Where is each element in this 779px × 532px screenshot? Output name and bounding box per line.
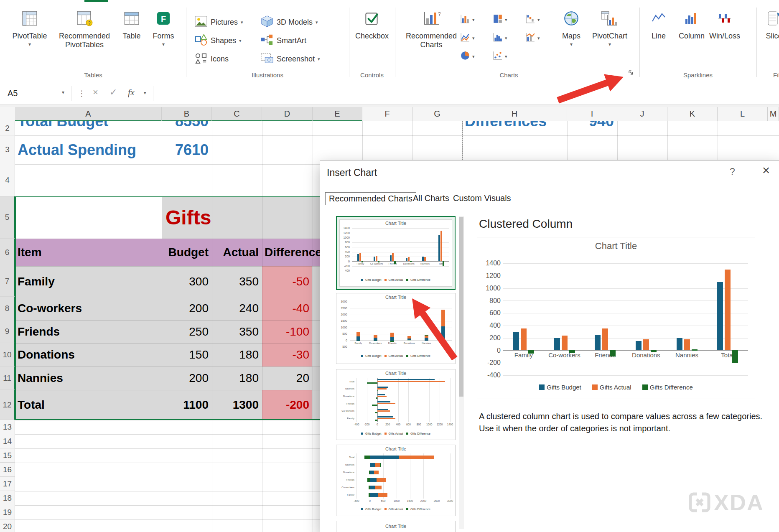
cell-B2[interactable]: 8550 bbox=[162, 121, 209, 135]
insert-pie-chart-button[interactable]: ▾ bbox=[460, 51, 475, 62]
tab-custom-visuals[interactable]: Custom Visuals bbox=[450, 192, 514, 204]
insert-combo-chart-button[interactable]: ▾ bbox=[525, 32, 540, 44]
3d-models-button[interactable]: 3D Models ▾ bbox=[260, 14, 318, 31]
chart-thumbnail-clustered-column[interactable]: Chart Title-400-200020040060080010001200… bbox=[336, 216, 456, 290]
gifts-item-Family[interactable]: Family bbox=[18, 266, 155, 297]
insert-line-chart-button[interactable]: ▾ bbox=[460, 32, 475, 44]
row-header-15[interactable]: 15 bbox=[0, 448, 15, 463]
slicer-button[interactable]: Slicer bbox=[761, 8, 779, 41]
column-header-C[interactable]: C bbox=[212, 107, 262, 121]
pivotchart-button[interactable]: PivotChart ▾ bbox=[588, 8, 631, 47]
enter-icon[interactable]: ✓ bbox=[109, 87, 117, 98]
row-header-3[interactable]: 3 bbox=[0, 135, 15, 164]
insert-function-icon[interactable]: fx bbox=[128, 87, 135, 98]
chevron-down-icon[interactable]: ▾ bbox=[144, 90, 146, 96]
cell-B3-actual-spending-value[interactable]: 7610 bbox=[162, 135, 209, 164]
gifts-difference-Total[interactable]: -200 bbox=[262, 390, 309, 420]
column-header-L[interactable]: L bbox=[718, 107, 768, 121]
column-header-G[interactable]: G bbox=[412, 107, 462, 121]
screenshot-button[interactable]: Screenshot ▾ bbox=[260, 51, 320, 67]
shapes-button[interactable]: Shapes ▾ bbox=[194, 32, 242, 49]
chart-thumbnail-stacked-column[interactable]: Chart Title-500050010001500200025003000F… bbox=[336, 293, 456, 364]
gifts-difference-Family[interactable]: -50 bbox=[262, 266, 309, 297]
maps-button[interactable]: Maps ▾ bbox=[558, 8, 585, 47]
row-header-17[interactable]: 17 bbox=[0, 477, 15, 491]
formula-input[interactable] bbox=[155, 84, 779, 103]
column-header-M[interactable]: M bbox=[768, 107, 779, 121]
icons-button[interactable]: Icons bbox=[194, 51, 229, 67]
gifts-actual-Co-workers[interactable]: 240 bbox=[212, 297, 259, 320]
sparkline-line-button[interactable]: Line bbox=[647, 8, 670, 41]
name-box[interactable]: A5 bbox=[3, 84, 70, 102]
gifts-item-Co-workers[interactable]: Co-workers bbox=[18, 297, 155, 320]
cell-A2[interactable]: Total Budget bbox=[18, 121, 160, 135]
row-header-4[interactable]: 4 bbox=[0, 164, 15, 196]
gifts-budget-Total[interactable]: 1100 bbox=[162, 390, 209, 420]
column-header-D[interactable]: D bbox=[262, 107, 313, 121]
gifts-item-Nannies[interactable]: Nannies bbox=[18, 367, 155, 390]
gifts-budget-Donations[interactable]: 150 bbox=[162, 343, 209, 367]
chart-thumbnail-partial[interactable]: Chart Title bbox=[336, 521, 456, 532]
gifts-header-actual[interactable]: Actual bbox=[212, 239, 259, 266]
recommended-pivottables-button[interactable]: ? Recommended PivotTables bbox=[53, 8, 116, 49]
column-header-I[interactable]: I bbox=[567, 107, 617, 121]
row-header-14[interactable]: 14 bbox=[0, 434, 15, 448]
row-header-12[interactable]: 12 bbox=[0, 390, 15, 420]
pictures-button[interactable]: Pictures ▾ bbox=[194, 14, 243, 31]
chart-thumbnail-clustered-bar[interactable]: Chart Title-400-200020040060080010001200… bbox=[336, 369, 456, 440]
row-header-16[interactable]: 16 bbox=[0, 463, 15, 477]
row-header-5[interactable]: 5 bbox=[0, 196, 15, 239]
gifts-budget-Nannies[interactable]: 200 bbox=[162, 367, 209, 390]
gifts-actual-Nannies[interactable]: 180 bbox=[212, 367, 259, 390]
tab-all-charts[interactable]: All Charts bbox=[410, 192, 453, 204]
row-header-2[interactable]: 2 bbox=[0, 121, 15, 135]
column-header-A[interactable]: A bbox=[15, 107, 162, 121]
gifts-difference-Friends[interactable]: -100 bbox=[262, 320, 309, 343]
charts-dialog-launcher[interactable] bbox=[627, 69, 634, 78]
gifts-header-item[interactable]: Item bbox=[18, 239, 42, 266]
row-header-13[interactable]: 13 bbox=[0, 420, 15, 434]
insert-waterfall-chart-button[interactable]: ▾ bbox=[525, 14, 540, 25]
thumbnail-scrollbar[interactable] bbox=[459, 216, 464, 529]
gifts-budget-Family[interactable]: 300 bbox=[162, 266, 209, 297]
drag-handle-icon[interactable]: ⋮ bbox=[78, 89, 86, 98]
gifts-actual-Friends[interactable]: 350 bbox=[212, 320, 259, 343]
insert-column-chart-button[interactable]: ▾ bbox=[460, 14, 475, 25]
gifts-item-Friends[interactable]: Friends bbox=[18, 320, 155, 343]
gifts-item-Total[interactable]: Total bbox=[18, 390, 155, 420]
close-icon[interactable]: × bbox=[756, 163, 776, 178]
sparkline-winloss-button[interactable]: Win/Loss bbox=[711, 8, 738, 41]
checkbox-button[interactable]: Checkbox bbox=[355, 8, 389, 41]
gifts-title[interactable]: Gifts bbox=[165, 196, 211, 239]
recommended-charts-button[interactable]: ? Recommended Charts bbox=[400, 8, 463, 49]
column-header-H[interactable]: H bbox=[462, 107, 567, 121]
scrollbar-thumb[interactable] bbox=[459, 217, 463, 397]
forms-button[interactable]: F Forms ▾ bbox=[150, 8, 177, 47]
chevron-down-icon[interactable]: ▾ bbox=[62, 89, 64, 95]
cancel-icon[interactable]: × bbox=[93, 87, 98, 98]
column-header-B[interactable]: B bbox=[162, 107, 212, 121]
gifts-difference-Co-workers[interactable]: -40 bbox=[262, 297, 309, 320]
column-header-E[interactable]: E bbox=[313, 107, 362, 121]
row-header-19[interactable]: 19 bbox=[0, 505, 15, 519]
gifts-item-Donations[interactable]: Donations bbox=[18, 343, 155, 367]
gifts-header-budget[interactable]: Budget bbox=[162, 239, 209, 266]
cell-A5-active[interactable] bbox=[15, 196, 162, 239]
gifts-difference-Nannies[interactable]: 20 bbox=[262, 367, 309, 390]
chart-thumbnail-stacked-bar[interactable]: Chart Title-500050010001500200025003000F… bbox=[336, 445, 456, 516]
row-header-6[interactable]: 6 bbox=[0, 239, 15, 266]
pivottable-button[interactable]: PivotTable ▾ bbox=[9, 8, 51, 47]
cell-I2[interactable]: 940 bbox=[567, 121, 614, 135]
cell-A3-actual-spending[interactable]: Actual Spending bbox=[18, 135, 136, 164]
gifts-actual-Total[interactable]: 1300 bbox=[212, 390, 259, 420]
gifts-budget-Friends[interactable]: 250 bbox=[162, 320, 209, 343]
help-icon[interactable]: ? bbox=[730, 166, 735, 178]
insert-statistic-chart-button[interactable]: ▾ bbox=[493, 32, 507, 44]
row-header-9[interactable]: 9 bbox=[0, 320, 15, 343]
row-header-20[interactable]: 20 bbox=[0, 519, 15, 532]
table-button[interactable]: Table bbox=[118, 8, 145, 41]
smartart-button[interactable]: SmartArt bbox=[260, 32, 306, 49]
tab-recommended-charts[interactable]: Recommended Charts bbox=[325, 192, 416, 205]
insert-scatter-chart-button[interactable]: ▾ bbox=[493, 51, 507, 62]
insert-hierarchy-chart-button[interactable]: ▾ bbox=[493, 14, 507, 25]
